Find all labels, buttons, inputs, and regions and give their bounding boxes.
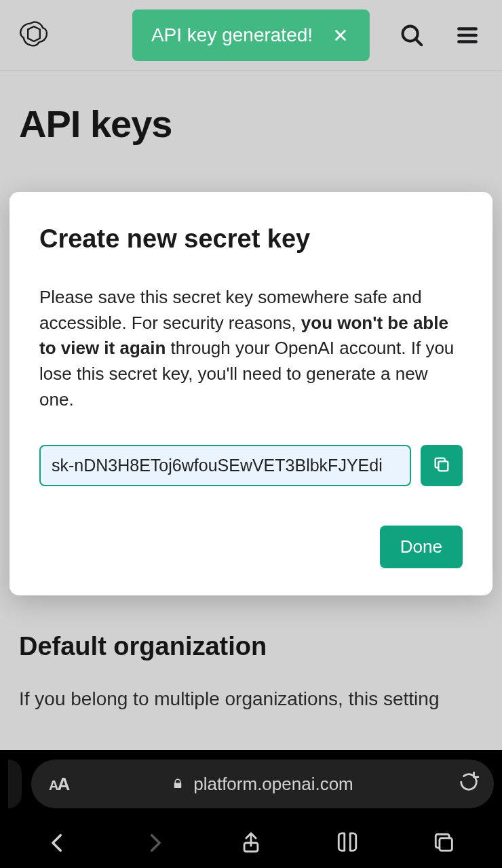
toast-message: API key generated! [151, 24, 313, 46]
secret-key-field[interactable] [39, 445, 411, 486]
toast-notification: API key generated! [132, 9, 370, 61]
close-icon [333, 28, 348, 43]
toast-close-button[interactable] [330, 25, 351, 45]
create-secret-key-modal: Create new secret key Please save this s… [9, 192, 493, 595]
done-button[interactable]: Done [380, 526, 463, 568]
modal-title: Create new secret key [39, 224, 463, 254]
copy-icon [432, 455, 451, 476]
copy-key-button[interactable] [421, 445, 463, 486]
svg-rect-7 [438, 462, 448, 471]
modal-body: Please save this secret key somewhere sa… [39, 285, 463, 412]
